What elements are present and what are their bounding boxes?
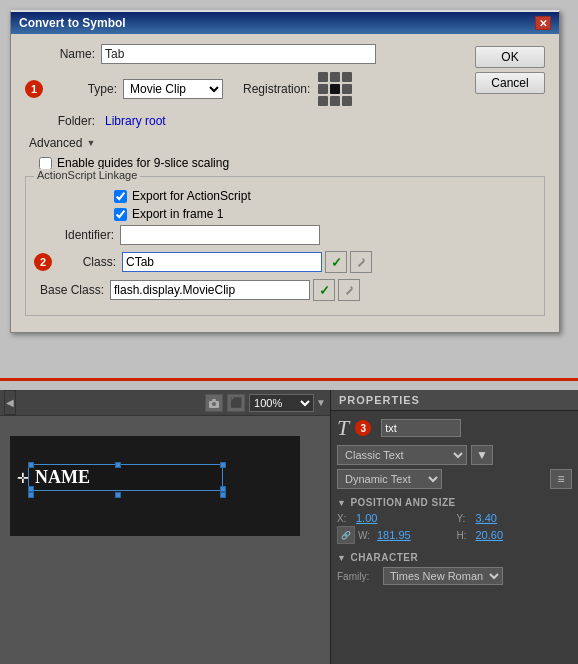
export-as-label: Export for ActionScript xyxy=(132,189,251,203)
step1-badge: 1 xyxy=(25,80,43,98)
reg-dot xyxy=(318,72,328,82)
class-check-button[interactable]: ✓ xyxy=(325,251,347,273)
ok-cancel-col: OK Cancel xyxy=(475,46,545,94)
dynamic-text-select[interactable]: Dynamic Text Static Text Input Text xyxy=(337,469,442,489)
advanced-label: Advanced xyxy=(29,136,82,150)
handle-bl[interactable] xyxy=(28,492,34,498)
type-select[interactable]: Movie Clip Button Graphic xyxy=(123,79,223,99)
T-icon: T xyxy=(337,417,349,439)
base-class-input[interactable] xyxy=(110,280,310,300)
folder-row: Folder: Library root xyxy=(25,114,545,128)
handle-bc[interactable] xyxy=(115,492,121,498)
classic-text-select[interactable]: Classic Text TLF Text xyxy=(337,445,467,465)
reg-dot xyxy=(318,84,328,94)
h-field: H: 20.60 xyxy=(457,526,573,544)
reg-dot xyxy=(342,96,352,106)
reg-dot xyxy=(330,72,340,82)
step3-badge: 3 xyxy=(355,420,371,436)
base-class-row: Base Class: ✓ xyxy=(34,279,536,301)
properties-panel: PROPERTIES T 3 Classic Text TLF Text ▼ xyxy=(330,390,578,664)
move-cursor-icon: ✛ xyxy=(17,470,29,486)
ok-button[interactable]: OK xyxy=(475,46,545,68)
class-row: 2 Class: ✓ xyxy=(34,251,536,273)
base-class-edit-button[interactable] xyxy=(338,279,360,301)
y-field: Y: 3.40 xyxy=(457,512,573,524)
reg-dot xyxy=(330,96,340,106)
type-label: Type: xyxy=(47,82,117,96)
handle-tr[interactable] xyxy=(220,462,226,468)
bottom-panel: ◀ ⬛ 100% 50% 200% ▼ xyxy=(0,390,578,664)
handle-tl[interactable] xyxy=(28,462,34,468)
linkage-title: ActionScript Linkage xyxy=(34,169,140,181)
position-section-triangle: ▼ xyxy=(337,498,346,508)
h-label: H: xyxy=(457,530,473,541)
name-row: Name: xyxy=(25,44,545,64)
reg-dot-active xyxy=(330,84,340,94)
stage-canvas: ✛ NAME xyxy=(0,416,330,664)
cancel-button[interactable]: Cancel xyxy=(475,72,545,94)
color-icon[interactable]: ⬛ xyxy=(227,394,245,412)
export-as-checkbox[interactable] xyxy=(114,190,127,203)
scroll-left-icon: ◀ xyxy=(6,397,14,408)
red-border-separator xyxy=(0,378,578,381)
registration-grid xyxy=(318,72,352,106)
text-object[interactable]: NAME xyxy=(28,464,223,491)
svg-point-5 xyxy=(212,402,216,406)
h-value[interactable]: 20.60 xyxy=(476,529,504,541)
identifier-label: Identifier: xyxy=(34,228,114,242)
reg-dot xyxy=(342,72,352,82)
properties-body: T 3 Classic Text TLF Text ▼ Dynamic Text… xyxy=(331,411,578,664)
text-content: NAME xyxy=(35,467,90,488)
pencil-icon xyxy=(343,284,355,296)
handle-tc[interactable] xyxy=(115,462,121,468)
y-value[interactable]: 3.40 xyxy=(476,512,497,524)
w-label: W: xyxy=(358,530,374,541)
name-input[interactable] xyxy=(101,44,376,64)
class-label: Class: xyxy=(56,255,116,269)
enable-guides-checkbox[interactable] xyxy=(39,157,52,170)
export-frame-row: Export in frame 1 xyxy=(114,207,536,221)
scroll-left-button[interactable]: ◀ xyxy=(4,390,16,415)
position-size-grid: X: 1.00 Y: 3.40 🔗 W: 181.95 H: 20.60 xyxy=(337,512,572,544)
dialog-title: Convert to Symbol xyxy=(19,16,126,30)
convert-to-symbol-dialog: Convert to Symbol ✕ Name: 1 Type: Movie … xyxy=(10,10,560,333)
character-header: ▼ CHARACTER xyxy=(337,552,572,563)
folder-link[interactable]: Library root xyxy=(105,114,166,128)
triangle-icon: ▼ xyxy=(86,138,95,148)
zoom-control: 100% 50% 200% ▼ xyxy=(249,394,326,412)
w-value[interactable]: 181.95 xyxy=(377,529,411,541)
identifier-row: Identifier: xyxy=(34,225,536,245)
handle-br[interactable] xyxy=(220,492,226,498)
position-size-label: POSITION AND SIZE xyxy=(350,497,455,508)
dialog-titlebar: Convert to Symbol ✕ xyxy=(11,12,559,34)
class-input[interactable] xyxy=(122,252,322,272)
base-class-label: Base Class: xyxy=(34,283,104,297)
props-name-input[interactable] xyxy=(381,419,461,437)
props-name-row: T 3 xyxy=(337,417,572,439)
y-label: Y: xyxy=(457,513,473,524)
close-button[interactable]: ✕ xyxy=(535,16,551,30)
stage-area: ◀ ⬛ 100% 50% 200% ▼ xyxy=(0,390,330,664)
family-select[interactable]: Times New Roman Arial Verdana xyxy=(383,567,503,585)
export-frame-checkbox[interactable] xyxy=(114,208,127,221)
linkage-section: ActionScript Linkage Export for ActionSc… xyxy=(25,176,545,316)
link-icon[interactable]: 🔗 xyxy=(337,526,355,544)
dynamic-text-more-button[interactable]: ≡ xyxy=(550,469,572,489)
advanced-row[interactable]: Advanced ▼ xyxy=(25,136,545,150)
dynamic-text-arrow-icon: ≡ xyxy=(557,472,564,486)
classic-text-more-button[interactable]: ▼ xyxy=(471,445,493,465)
base-class-check-button[interactable]: ✓ xyxy=(313,279,335,301)
properties-header: PROPERTIES xyxy=(331,390,578,411)
name-label: Name: xyxy=(25,47,95,61)
character-label: CHARACTER xyxy=(350,552,418,563)
x-value[interactable]: 1.00 xyxy=(356,512,377,524)
step2-badge: 2 xyxy=(34,253,52,271)
zoom-select[interactable]: 100% 50% 200% xyxy=(249,394,314,412)
svg-rect-6 xyxy=(212,399,216,401)
camera-icon[interactable] xyxy=(205,394,223,412)
identifier-input[interactable] xyxy=(120,225,320,245)
class-edit-button[interactable] xyxy=(350,251,372,273)
export-as-row: Export for ActionScript xyxy=(114,189,536,203)
x-label: X: xyxy=(337,513,353,524)
enable-guides-label: Enable guides for 9-slice scaling xyxy=(57,156,229,170)
